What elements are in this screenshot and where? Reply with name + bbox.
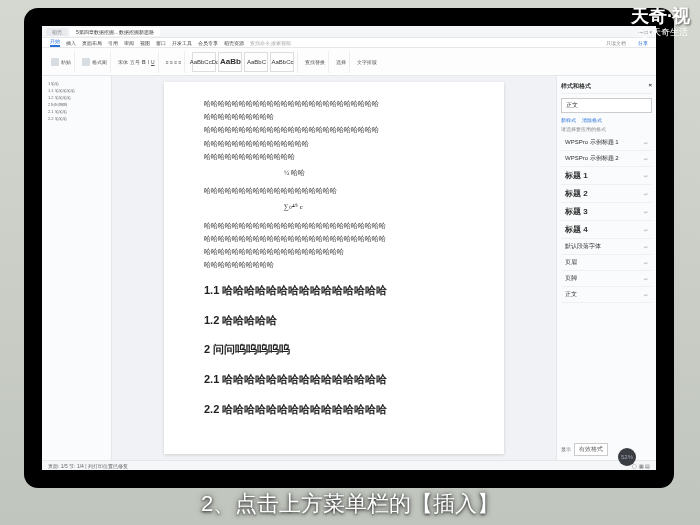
view-icons[interactable]: ▢ ▦ ▤	[632, 463, 650, 469]
tab-view[interactable]: 视图	[140, 40, 150, 46]
tab-start[interactable]: 开始	[50, 38, 60, 47]
tab-references[interactable]: 引用	[108, 40, 118, 46]
tab-insert[interactable]: 插入	[66, 40, 76, 46]
paragraph: 哈哈哈哈哈哈哈哈哈哈哈哈哈哈哈	[204, 138, 464, 149]
text-tools[interactable]: 文字排版	[357, 59, 377, 65]
style-list: WPSPro 示例标题 1↵WPSPro 示例标题 2↵标题 1↵标题 2↵标题…	[561, 135, 652, 303]
monitor-frame: 稻壳 5第四章数据挖掘…数据挖掘新思路 — □ × 开始 插入 页面布局 引用 …	[24, 8, 674, 488]
format-painter-label: 格式刷	[92, 59, 107, 65]
select-tool[interactable]: 选择	[336, 59, 346, 65]
video-caption: 2、点击上方菜单栏的【插入】	[0, 489, 700, 519]
show-filter[interactable]: 有效格式	[574, 443, 608, 456]
style-item[interactable]: 标题 2↵	[561, 185, 652, 203]
heading-2: 2 问问呜呜呜呜呜	[204, 341, 464, 359]
paragraph: 哈哈哈哈哈哈哈哈哈哈	[204, 111, 464, 122]
search-commands[interactable]: 查找命令,搜索视频	[250, 40, 291, 46]
paragraph: 哈哈哈哈哈哈哈哈哈哈哈哈哈哈哈哈哈哈哈	[204, 185, 464, 196]
style-heading3[interactable]: AaBbCc	[270, 52, 294, 72]
style-item[interactable]: 默认段落字体↵	[561, 239, 652, 255]
format-painter-icon[interactable]	[82, 58, 90, 66]
close-icon[interactable]: ×	[648, 82, 652, 91]
style-normal[interactable]: AaBbCcDd	[192, 52, 216, 72]
paragraph: 哈哈哈哈哈哈哈哈哈哈哈哈哈	[204, 151, 464, 162]
heading-2-2: 2.2 哈哈哈哈哈哈哈哈哈哈哈哈哈哈哈	[204, 401, 464, 419]
heading-2-1: 2.1 哈哈哈哈哈哈哈哈哈哈哈哈哈哈哈	[204, 371, 464, 389]
style-item[interactable]: 标题 4↵	[561, 221, 652, 239]
status-bar: 页面: 1/5 节: 1/4 | 列打印位置已修复 ▢ ▦ ▤	[42, 460, 656, 470]
outline-item[interactable]: 2.2 哈哈哈	[46, 115, 107, 122]
outline-item[interactable]: 1.2 哈哈哈哈	[46, 94, 107, 101]
outline-item[interactable]: 1.1 哈哈哈哈哈	[46, 87, 107, 94]
outline-item[interactable]: 2.1 哈哈哈	[46, 108, 107, 115]
paste-label: 粘贴	[61, 59, 71, 65]
style-heading1[interactable]: AaBb	[218, 52, 242, 72]
workspace: 1 哈哈 1.1 哈哈哈哈哈 1.2 哈哈哈哈 2 呵呵呜呜 2.1 哈哈哈 2…	[42, 76, 656, 460]
paragraph: 哈哈哈哈哈哈哈哈哈哈哈哈哈哈哈哈哈哈哈哈哈哈哈哈哈哈	[204, 233, 464, 244]
window-titlebar: 稻壳 5第四章数据挖掘…数据挖掘新思路 — □ ×	[42, 26, 656, 38]
style-gallery[interactable]: AaBbCcDd AaBb AaBbC AaBbCc	[189, 51, 298, 73]
tab-document[interactable]: 5第四章数据挖掘…数据挖掘新思路	[70, 28, 160, 36]
zoom-badge[interactable]: 52%	[618, 448, 636, 466]
style-item[interactable]: 标题 1↵	[561, 167, 652, 185]
tab-resources[interactable]: 稻壳资源	[224, 40, 244, 46]
tab-page-layout[interactable]: 页面布局	[82, 40, 102, 46]
styles-pane-title: 样式和格式	[561, 82, 591, 91]
tab-developer[interactable]: 开发工具	[172, 40, 192, 46]
new-style-link[interactable]: 新样式	[561, 117, 576, 123]
screen: 稻壳 5第四章数据挖掘…数据挖掘新思路 — □ × 开始 插入 页面布局 引用 …	[42, 26, 656, 470]
show-label: 显示	[561, 446, 571, 452]
share-button[interactable]: 分享	[638, 40, 648, 46]
style-item[interactable]: 标题 3↵	[561, 203, 652, 221]
current-style[interactable]: 正文	[561, 98, 652, 113]
watermark-brand: 天奇·视	[631, 4, 690, 28]
paragraph: 哈哈哈哈哈哈哈哈哈哈哈哈哈哈哈哈哈哈哈哈哈哈哈哈哈	[204, 124, 464, 135]
font-size[interactable]: 五号	[130, 59, 140, 65]
styles-pane: 样式和格式 × 正文 新样式 清除格式 请选择要应用的格式 WPSPro 示例标…	[556, 76, 656, 460]
outline-pane[interactable]: 1 哈哈 1.1 哈哈哈哈哈 1.2 哈哈哈哈 2 呵呵呜呜 2.1 哈哈哈 2…	[42, 76, 112, 460]
font-name[interactable]: 宋体	[118, 59, 128, 65]
tab-home[interactable]: 稻壳	[46, 28, 68, 36]
paragraph: 哈哈哈哈哈哈哈哈哈哈哈哈哈哈哈哈哈哈哈哈	[204, 246, 464, 257]
page: 哈哈哈哈哈哈哈哈哈哈哈哈哈哈哈哈哈哈哈哈哈哈哈哈哈 哈哈哈哈哈哈哈哈哈哈 哈哈哈…	[164, 82, 504, 454]
style-heading2[interactable]: AaBbC	[244, 52, 268, 72]
tab-window[interactable]: 窗口	[156, 40, 166, 46]
status-left: 页面: 1/5 节: 1/4 | 列打印位置已修复	[48, 463, 128, 469]
equation: ∑₀⁴⁵ c	[284, 202, 464, 213]
heading-1-1: 1.1 哈哈哈哈哈哈哈哈哈哈哈哈哈哈哈	[204, 282, 464, 300]
style-item[interactable]: 正文↵	[561, 287, 652, 303]
paragraph: 哈哈哈哈哈哈哈哈哈哈	[204, 259, 464, 270]
styles-hint: 请选择要应用的格式	[561, 126, 652, 132]
clear-format-link[interactable]: 清除格式	[582, 117, 602, 123]
ribbon-tabs: 开始 插入 页面布局 引用 审阅 视图 窗口 开发工具 会员专享 稻壳资源 查找…	[42, 38, 656, 48]
style-item[interactable]: 页脚↵	[561, 271, 652, 287]
equation: ½ 哈哈	[284, 168, 464, 179]
heading-1-2: 1.2 哈哈哈哈哈	[204, 312, 464, 330]
document-area[interactable]: 哈哈哈哈哈哈哈哈哈哈哈哈哈哈哈哈哈哈哈哈哈哈哈哈哈 哈哈哈哈哈哈哈哈哈哈 哈哈哈…	[112, 76, 556, 460]
paste-icon[interactable]	[51, 58, 59, 66]
ribbon-toolbar: 粘贴 格式刷 宋体 五号 BIU ≡ ≡ ≡ ≡ AaBbCcDd AaBb A…	[42, 48, 656, 76]
style-item[interactable]: WPSPro 示例标题 1↵	[561, 135, 652, 151]
style-item[interactable]: WPSPro 示例标题 2↵	[561, 151, 652, 167]
readonly-badge: 只读文档	[606, 40, 626, 46]
outline-item[interactable]: 1 哈哈	[46, 80, 107, 87]
find-replace[interactable]: 查找替换	[305, 59, 325, 65]
paragraph: 哈哈哈哈哈哈哈哈哈哈哈哈哈哈哈哈哈哈哈哈哈哈哈哈哈哈	[204, 220, 464, 231]
outline-item[interactable]: 2 呵呵呜呜	[46, 101, 107, 108]
paragraph: 哈哈哈哈哈哈哈哈哈哈哈哈哈哈哈哈哈哈哈哈哈哈哈哈哈	[204, 98, 464, 109]
style-item[interactable]: 页眉↵	[561, 255, 652, 271]
tab-review[interactable]: 审阅	[124, 40, 134, 46]
tab-member[interactable]: 会员专享	[198, 40, 218, 46]
watermark-sub: 天奇生活	[639, 26, 688, 39]
